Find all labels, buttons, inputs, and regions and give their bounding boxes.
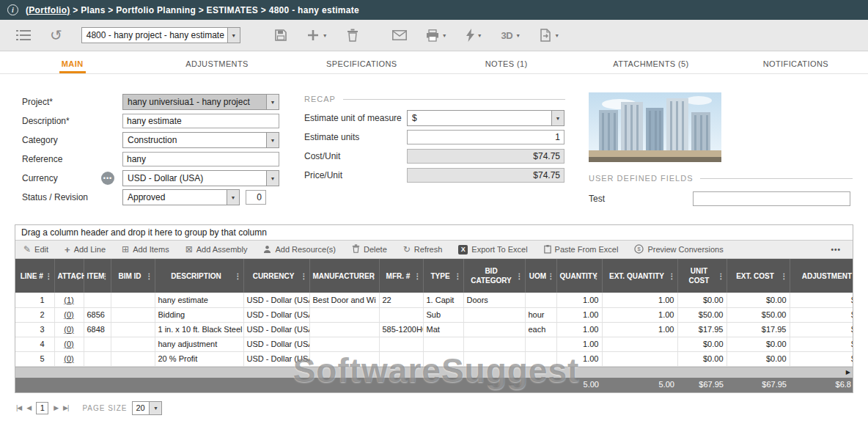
- column-header[interactable]: EXT. QUANTITY ⋮: [602, 259, 677, 293]
- column-menu-icon[interactable]: ⋮: [75, 271, 82, 281]
- currency-options-icon[interactable]: •••: [101, 172, 114, 185]
- info-icon[interactable]: i: [7, 4, 18, 15]
- column-header[interactable]: TYPE ⋮: [423, 259, 463, 293]
- export-icon[interactable]: [540, 29, 551, 42]
- cell-attach-link[interactable]: (0): [54, 307, 84, 322]
- group-by-bar[interactable]: Drag a column header and drop it here to…: [15, 225, 853, 241]
- column-header[interactable]: CURRENCY ⋮: [243, 259, 309, 293]
- first-page-icon[interactable]: |◀: [16, 404, 21, 411]
- add-assembly-button[interactable]: ⊠ Add Assembly: [177, 241, 256, 258]
- column-header[interactable]: UNIT COST ⋮: [677, 259, 727, 293]
- tab-attachments[interactable]: ATTACHMENTS (5): [578, 51, 723, 73]
- add-caret-icon[interactable]: ▼: [323, 33, 328, 38]
- delete-icon[interactable]: [347, 29, 358, 42]
- column-header[interactable]: ATTACH. ⋮: [54, 259, 84, 293]
- next-page-icon[interactable]: ▶: [54, 404, 58, 411]
- chevron-down-icon[interactable]: ▼: [552, 110, 564, 126]
- mail-icon[interactable]: [392, 30, 407, 40]
- edit-button[interactable]: ✎ Edit: [15, 241, 56, 258]
- column-header[interactable]: ITEM ⋮: [84, 259, 111, 293]
- scroll-right-icon[interactable]: ▶: [846, 369, 850, 376]
- column-menu-icon[interactable]: ⋮: [414, 271, 422, 281]
- breadcrumb-portfolio-link[interactable]: (Portfolio): [26, 5, 70, 15]
- tab-main[interactable]: MAIN: [0, 51, 144, 73]
- column-menu-icon[interactable]: ⋮: [102, 271, 109, 281]
- 3d-caret-icon[interactable]: ▼: [515, 33, 521, 38]
- cell-attach-link[interactable]: (0): [54, 337, 84, 351]
- estimate-uom-select[interactable]: $ ▼: [407, 110, 564, 126]
- column-menu-icon[interactable]: ⋮: [301, 271, 308, 281]
- description-field[interactable]: [122, 114, 279, 128]
- chevron-down-icon[interactable]: ▼: [267, 94, 279, 110]
- chevron-down-icon[interactable]: ▼: [228, 27, 240, 43]
- column-menu-icon[interactable]: ⋮: [235, 271, 242, 281]
- last-page-icon[interactable]: ▶|: [63, 404, 68, 411]
- horizontal-scrollbar[interactable]: ▶: [15, 367, 853, 378]
- table-row[interactable]: 5 (0) 20 % Profit USD - Dollar (USA) 1.: [15, 351, 853, 366]
- chevron-down-icon[interactable]: ▼: [267, 132, 279, 148]
- chevron-down-icon[interactable]: ▼: [150, 401, 162, 415]
- column-header[interactable]: MFR. # ⋮: [379, 259, 423, 293]
- column-menu-icon[interactable]: ⋮: [146, 271, 153, 281]
- cell-attach-link[interactable]: (0): [54, 322, 84, 337]
- column-header[interactable]: LINE # ⋮: [15, 259, 54, 293]
- add-items-button[interactable]: ⊞ Add Items: [114, 241, 177, 258]
- save-icon[interactable]: [274, 29, 287, 42]
- table-row[interactable]: 2 (0) 6856 Bidding USD - Dollar (USA) Su…: [15, 307, 853, 322]
- column-menu-icon[interactable]: ⋮: [669, 271, 676, 281]
- lightning-caret-icon[interactable]: ▼: [477, 33, 482, 38]
- column-header[interactable]: BID CATEGORY ⋮: [463, 259, 525, 293]
- column-menu-icon[interactable]: ⋮: [781, 271, 788, 281]
- cell-attach-link[interactable]: (1): [54, 293, 84, 307]
- more-options-icon[interactable]: •••: [819, 246, 853, 254]
- column-menu-icon[interactable]: ⋮: [718, 271, 725, 281]
- page-size-select[interactable]: 20 ▼: [132, 401, 162, 415]
- 3d-view-icon[interactable]: 3D: [501, 30, 513, 41]
- column-menu-icon[interactable]: ⋮: [370, 271, 378, 281]
- test-field[interactable]: [693, 191, 850, 206]
- estimate-selector[interactable]: 4800 - hany project - hany estimate ▼: [81, 27, 240, 43]
- table-row[interactable]: 4 (0) hany adjustment USD - Dollar (USA): [15, 337, 853, 351]
- print-caret-icon[interactable]: ▼: [442, 33, 447, 38]
- currency-select[interactable]: USD - Dollar (USA) ▼: [122, 170, 279, 186]
- add-resources-button[interactable]: Add Resource(s): [255, 241, 344, 258]
- add-icon[interactable]: [306, 29, 320, 42]
- tab-adjustments[interactable]: ADJUSTMENTS: [144, 51, 289, 73]
- cell-attach-link[interactable]: (0): [54, 351, 84, 366]
- status-select[interactable]: Approved ▼: [122, 189, 240, 205]
- column-header[interactable]: UOM ⋮: [525, 259, 556, 293]
- estimate-units-field[interactable]: [407, 130, 564, 144]
- column-menu-icon[interactable]: ⋮: [45, 271, 53, 281]
- column-header[interactable]: QUANTITY ⋮: [556, 259, 602, 293]
- chevron-down-icon[interactable]: ▼: [227, 189, 240, 205]
- column-menu-icon[interactable]: ⋮: [516, 271, 523, 281]
- prev-page-icon[interactable]: ◀: [26, 404, 31, 411]
- history-icon[interactable]: ↺: [50, 28, 62, 43]
- tab-notes[interactable]: NOTES (1): [434, 51, 578, 73]
- current-page-field[interactable]: 1: [36, 402, 48, 414]
- table-row[interactable]: 3 (0) 6848 1 in. x 10 ft. Black Steel US…: [15, 322, 853, 337]
- print-icon[interactable]: [426, 29, 439, 42]
- column-header[interactable]: BIM ID ⋮: [111, 259, 155, 293]
- column-header[interactable]: MANUFACTURER ⋮: [309, 259, 379, 293]
- column-menu-icon[interactable]: ⋮: [548, 271, 555, 281]
- reference-field[interactable]: [122, 152, 279, 166]
- tab-specifications[interactable]: SPECIFICATIONS: [290, 51, 434, 73]
- category-select[interactable]: Construction ▼: [122, 132, 279, 148]
- column-menu-icon[interactable]: ⋮: [593, 271, 600, 281]
- table-row[interactable]: 1 (1) hany estimate USD - Dollar (USA) B…: [15, 293, 853, 307]
- paste-from-excel-button[interactable]: Paste From Excel: [536, 241, 627, 258]
- tab-notifications[interactable]: NOTIFICATIONS: [724, 51, 868, 73]
- export-to-excel-button[interactable]: X Export To Excel: [450, 241, 535, 258]
- add-line-button[interactable]: + Add Line: [56, 241, 114, 258]
- grid-delete-button[interactable]: Delete: [344, 241, 395, 258]
- chevron-down-icon[interactable]: ▼: [267, 170, 279, 186]
- menu-list-icon[interactable]: [16, 29, 31, 41]
- revision-field[interactable]: [246, 190, 266, 205]
- project-select[interactable]: hany universiua1 - hany project ▼: [122, 94, 279, 110]
- refresh-button[interactable]: ↻ Refresh: [395, 241, 451, 258]
- column-header[interactable]: EXT. COST ⋮: [727, 259, 790, 293]
- column-header[interactable]: ADJUSTMENT ⋮: [790, 259, 853, 293]
- export-caret-icon[interactable]: ▼: [554, 33, 559, 38]
- preview-conversions-button[interactable]: $ Preview Conversions: [626, 241, 731, 258]
